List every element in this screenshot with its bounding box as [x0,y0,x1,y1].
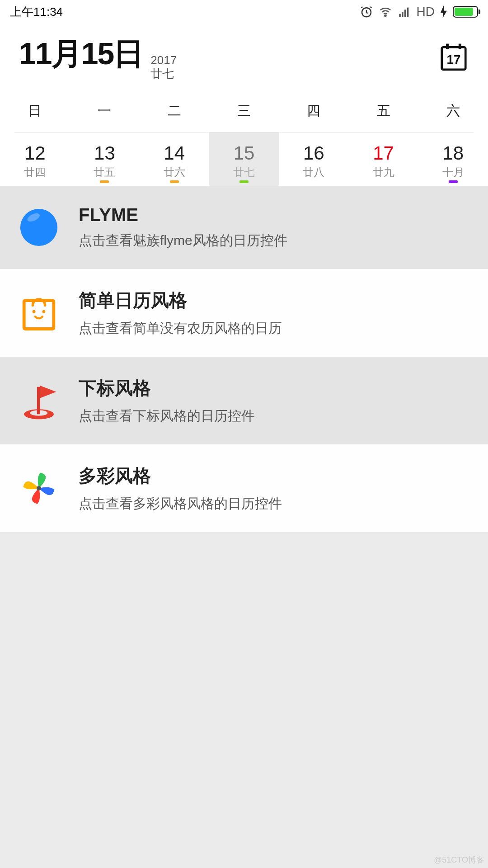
page-title-date: 11月15日 [19,33,143,75]
week-row: 12 廿四 13 廿五 14 廿六 15 廿七 16 廿八 17 廿九 18 十… [0,132,488,186]
page-title-year: 2017 [150,54,177,67]
day-lunar: 十月 [442,165,464,179]
wifi-icon [379,5,392,19]
status-bar: 上午11:34 HD [0,0,488,24]
item-title: FLYME [79,205,287,225]
day-cell-13[interactable]: 13 廿五 [70,132,139,186]
svg-rect-12 [24,300,54,329]
list-item-flyme[interactable]: FLYME 点击查看魅族flyme风格的日历控件 [0,186,488,269]
weekday-wed: 三 [209,102,279,120]
svg-rect-4 [404,9,406,17]
day-num: 13 [94,142,115,164]
day-lunar: 廿七 [233,165,255,179]
svg-rect-7 [446,44,449,49]
svg-text:17: 17 [447,53,461,67]
list-item-colorful[interactable]: 多彩风格 点击查看多彩风格风格的日历控件 [0,444,488,532]
svg-rect-5 [407,8,408,17]
alarm-icon [360,5,373,19]
day-cell-12[interactable]: 12 廿四 [0,132,70,186]
item-sub: 点击查看简单没有农历风格的日历 [79,319,282,338]
status-time: 上午11:34 [10,4,63,20]
day-cell-16[interactable]: 16 廿八 [279,132,348,186]
day-num: 14 [164,142,185,164]
day-lunar: 廿五 [94,165,115,179]
day-lunar: 廿四 [24,165,46,179]
item-sub: 点击查看魅族flyme风格的日历控件 [79,231,287,250]
day-cell-15-selected[interactable]: 15 廿七 [209,132,279,186]
charging-icon [440,5,447,18]
watermark: @51CTO博客 [434,854,484,865]
svg-point-14 [42,310,46,313]
battery-icon [453,6,478,18]
day-num: 16 [303,142,324,164]
item-title: 多彩风格 [79,463,282,488]
event-dot [449,180,458,183]
svg-point-13 [33,310,36,313]
weekday-tue: 二 [140,102,209,120]
balloon-icon [17,206,61,249]
weekday-sat: 六 [418,102,488,120]
event-dot [239,180,249,183]
svg-rect-17 [37,387,40,415]
item-sub: 点击查看下标风格的日历控件 [79,407,255,425]
signal-icon [398,5,411,18]
weekday-fri: 五 [348,102,418,120]
weekday-mon: 一 [70,102,139,120]
item-title: 简单日历风格 [79,288,282,313]
list-item-simple[interactable]: 简单日历风格 点击查看简单没有农历风格的日历 [0,269,488,357]
svg-rect-3 [402,12,404,17]
page-title-lunar: 廿七 [150,67,177,81]
hd-indicator: HD [417,5,435,19]
event-dot [170,180,179,183]
item-sub: 点击查看多彩风格风格的日历控件 [79,495,282,513]
day-cell-18[interactable]: 18 十月 [418,132,488,186]
weekday-row: 日 一 二 三 四 五 六 [0,89,488,132]
weekday-thu: 四 [279,102,348,120]
day-num: 12 [24,142,46,164]
day-cell-17[interactable]: 17 廿九 [348,132,418,186]
day-lunar: 廿九 [373,165,394,179]
list-item-index[interactable]: 下标风格 点击查看下标风格的日历控件 [0,357,488,444]
day-lunar: 廿八 [303,165,324,179]
svg-rect-8 [459,44,461,49]
svg-point-1 [385,15,386,16]
pinwheel-icon [17,467,61,510]
weekday-sun: 日 [0,102,70,120]
today-button[interactable]: 17 [438,42,469,72]
event-dot [100,180,109,183]
header: 11月15日 2017 廿七 17 [0,24,488,89]
shopping-bag-icon [17,291,61,335]
day-num: 15 [234,142,255,164]
svg-rect-2 [399,14,401,17]
item-title: 下标风格 [79,376,255,401]
flag-icon [17,379,61,422]
svg-point-18 [37,486,41,491]
day-num: 17 [373,142,394,164]
calendar-icon: 17 [438,42,469,72]
day-num: 18 [442,142,464,164]
day-lunar: 廿六 [164,165,185,179]
day-cell-14[interactable]: 14 廿六 [140,132,209,186]
